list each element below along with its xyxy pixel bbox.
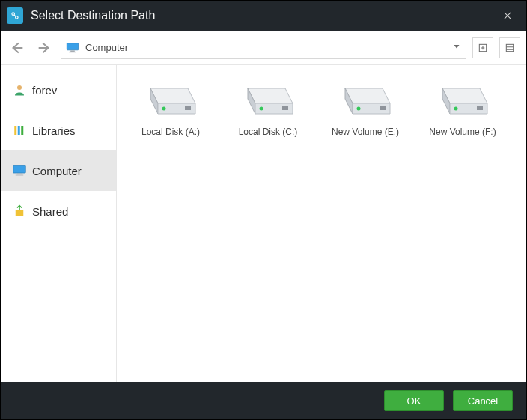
svg-rect-11 bbox=[13, 165, 26, 173]
ok-button[interactable]: OK bbox=[384, 390, 444, 411]
sidebar-item-computer[interactable]: Computer bbox=[1, 150, 116, 191]
sidebar-item-label: Shared bbox=[32, 205, 68, 218]
nav-row: Computer bbox=[1, 31, 526, 65]
svg-rect-29 bbox=[380, 106, 386, 110]
drive-icon bbox=[144, 79, 197, 124]
footer: OK Cancel bbox=[1, 382, 526, 419]
svg-rect-2 bbox=[67, 43, 78, 49]
svg-point-7 bbox=[17, 85, 22, 90]
cancel-button[interactable]: Cancel bbox=[453, 390, 513, 411]
computer-icon bbox=[13, 164, 26, 177]
drive-item[interactable]: New Volume (E:) bbox=[320, 79, 410, 153]
drive-label: New Volume (F:) bbox=[429, 127, 496, 137]
drive-item[interactable]: Local Disk (A:) bbox=[126, 79, 216, 153]
path-dropdown-icon bbox=[452, 42, 461, 53]
svg-point-18 bbox=[162, 107, 166, 111]
drive-icon bbox=[242, 79, 294, 124]
libraries-icon bbox=[13, 124, 26, 137]
svg-point-28 bbox=[357, 107, 361, 111]
path-label: Computer bbox=[85, 42, 128, 53]
dialog-window: Select Destination Path Computer bbox=[0, 0, 527, 420]
sidebar-item-shared[interactable]: Shared bbox=[1, 191, 116, 231]
svg-rect-34 bbox=[477, 106, 483, 110]
svg-rect-3 bbox=[70, 50, 75, 51]
drive-item[interactable]: New Volume (F:) bbox=[418, 79, 508, 153]
svg-point-23 bbox=[260, 107, 264, 111]
sidebar: forev Libraries bbox=[1, 65, 117, 382]
body: forev Libraries bbox=[1, 65, 526, 382]
sidebar-item-label: Computer bbox=[32, 165, 82, 177]
new-folder-button[interactable] bbox=[472, 37, 493, 58]
sidebar-item-label: Libraries bbox=[32, 124, 76, 137]
sidebar-item-user[interactable]: forev bbox=[1, 70, 116, 110]
drive-label: Local Disk (C:) bbox=[239, 127, 298, 137]
drive-icon bbox=[339, 79, 392, 124]
svg-rect-8 bbox=[14, 126, 16, 135]
svg-rect-24 bbox=[282, 106, 288, 110]
drive-list: Local Disk (A:) Local Disk (C:) bbox=[117, 65, 526, 382]
view-button[interactable] bbox=[499, 37, 520, 58]
svg-rect-13 bbox=[16, 174, 24, 176]
svg-rect-10 bbox=[21, 126, 23, 135]
sidebar-item-libraries[interactable]: Libraries bbox=[1, 110, 116, 150]
drive-label: New Volume (E:) bbox=[332, 127, 399, 137]
svg-point-33 bbox=[454, 107, 458, 111]
back-button[interactable] bbox=[7, 37, 28, 58]
titlebar: Select Destination Path bbox=[1, 1, 526, 31]
svg-rect-6 bbox=[506, 44, 513, 51]
forward-button[interactable] bbox=[34, 37, 55, 58]
drive-icon bbox=[436, 79, 489, 124]
sidebar-item-label: forev bbox=[32, 84, 57, 97]
close-button[interactable] bbox=[496, 4, 519, 27]
svg-rect-12 bbox=[17, 174, 22, 175]
shared-icon bbox=[13, 204, 26, 218]
path-combobox[interactable]: Computer bbox=[61, 37, 466, 59]
window-title: Select Destination Path bbox=[31, 9, 496, 22]
svg-rect-4 bbox=[69, 51, 76, 52]
drive-item[interactable]: Local Disk (C:) bbox=[223, 79, 313, 153]
svg-rect-9 bbox=[18, 126, 20, 135]
drive-label: Local Disk (A:) bbox=[141, 127, 200, 137]
svg-rect-14 bbox=[16, 210, 24, 216]
user-icon bbox=[13, 83, 26, 97]
app-icon bbox=[7, 7, 23, 24]
svg-rect-19 bbox=[185, 106, 191, 110]
computer-icon bbox=[66, 43, 79, 53]
